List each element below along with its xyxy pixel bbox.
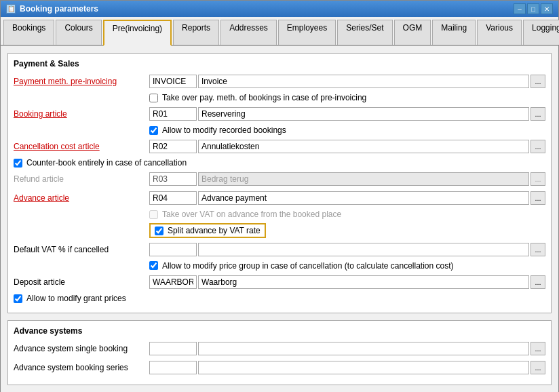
maximize-button[interactable]: □ bbox=[527, 3, 539, 14]
cancellation-cost-label[interactable]: Cancellation cost article bbox=[14, 142, 149, 151]
refund-article-code bbox=[149, 172, 197, 186]
window-title: Booking parameters bbox=[20, 4, 98, 14]
tab-ogm[interactable]: OGM bbox=[394, 20, 431, 45]
tab-various[interactable]: Various bbox=[477, 20, 522, 45]
cancellation-cost-row: Cancellation cost article ... bbox=[14, 139, 545, 154]
window-icon: 📋 bbox=[6, 4, 16, 14]
cancellation-cost-code[interactable] bbox=[149, 140, 197, 153]
advance-series-desc[interactable] bbox=[198, 361, 529, 374]
advance-article-inputs: ... bbox=[149, 191, 545, 205]
tab-mailing[interactable]: Mailing bbox=[432, 20, 476, 45]
tab-logging[interactable]: Logging bbox=[523, 20, 559, 45]
default-vat-label: Default VAT % if cancelled bbox=[14, 245, 149, 254]
default-vat-code[interactable] bbox=[149, 243, 197, 256]
payment-meth-row: Payment meth. pre-invoicing ... bbox=[14, 74, 545, 89]
takeover-pay-checkbox[interactable] bbox=[149, 94, 158, 102]
cancellation-cost-desc[interactable] bbox=[198, 140, 529, 153]
allow-modify-price-label: Allow to modify price group in case of c… bbox=[162, 261, 545, 271]
payment-sales-section: Payment & Sales Payment meth. pre-invoic… bbox=[7, 53, 552, 313]
deposit-article-code[interactable] bbox=[149, 275, 197, 289]
advance-systems-title: Advance systems bbox=[14, 326, 545, 336]
refund-article-label: Refund article bbox=[14, 174, 149, 184]
booking-article-browse-button[interactable]: ... bbox=[531, 107, 545, 121]
allow-grant-checkbox[interactable] bbox=[14, 294, 22, 303]
booking-article-label[interactable]: Booking article bbox=[14, 109, 149, 119]
deposit-article-row: Deposit article ... bbox=[14, 275, 545, 290]
deposit-article-inputs: ... bbox=[149, 275, 545, 289]
advance-single-label: Advance system single booking bbox=[14, 344, 149, 353]
advance-single-row: Advance system single booking ... bbox=[14, 341, 545, 356]
tab-bar: Bookings Colours Pre(invoicing) Reports … bbox=[1, 17, 558, 46]
tab-seriesset[interactable]: Series/Set bbox=[337, 20, 392, 45]
advance-single-inputs: ... bbox=[149, 342, 545, 355]
deposit-article-desc[interactable] bbox=[198, 275, 529, 289]
title-bar: 📋 Booking parameters – □ ✕ bbox=[1, 1, 558, 17]
payment-meth-inputs: ... bbox=[149, 75, 545, 88]
booking-article-inputs: ... bbox=[149, 107, 545, 121]
payment-meth-code[interactable] bbox=[149, 75, 197, 88]
payment-meth-label[interactable]: Payment meth. pre-invoicing bbox=[14, 77, 149, 86]
advance-article-row: Advance article ... bbox=[14, 191, 545, 205]
advance-systems-section: Advance systems Advance system single bo… bbox=[7, 320, 552, 385]
advance-series-inputs: ... bbox=[149, 361, 545, 374]
counter-book-checkbox[interactable] bbox=[14, 159, 22, 168]
counter-book-label: Counter-book entirely in case of cancell… bbox=[26, 158, 187, 168]
payment-meth-browse-button[interactable]: ... bbox=[531, 75, 545, 88]
default-vat-desc[interactable] bbox=[198, 243, 529, 256]
payment-meth-desc[interactable] bbox=[198, 75, 529, 88]
allow-modify-recorded-checkbox[interactable] bbox=[149, 126, 158, 135]
takeover-pay-row: Take over pay. meth. of bookings in case… bbox=[14, 93, 545, 102]
split-advance-highlight: Split advance by VAT rate bbox=[149, 223, 266, 238]
split-advance-checkbox[interactable] bbox=[155, 227, 163, 235]
deposit-article-label: Deposit article bbox=[14, 277, 149, 287]
booking-article-desc[interactable] bbox=[198, 107, 529, 121]
cancellation-cost-inputs: ... bbox=[149, 140, 545, 153]
tab-reports[interactable]: Reports bbox=[173, 20, 219, 45]
advance-article-desc[interactable] bbox=[198, 191, 529, 205]
split-advance-row: Split advance by VAT rate bbox=[14, 223, 545, 238]
tab-preinvoicing[interactable]: Pre(invoicing) bbox=[103, 20, 172, 46]
advance-single-code[interactable] bbox=[149, 342, 197, 355]
tab-addresses[interactable]: Addresses bbox=[220, 20, 277, 45]
close-button[interactable]: ✕ bbox=[541, 3, 553, 14]
tab-bookings[interactable]: Bookings bbox=[3, 20, 54, 45]
title-bar-left: 📋 Booking parameters bbox=[6, 4, 98, 14]
allow-modify-recorded-label: Allow to modify recorded bookings bbox=[162, 125, 286, 135]
refund-article-browse-button: ... bbox=[531, 172, 545, 186]
advance-series-row: Advance system booking series ... bbox=[14, 360, 545, 375]
advance-series-code[interactable] bbox=[149, 361, 197, 374]
booking-article-code[interactable] bbox=[149, 107, 197, 121]
default-vat-row: Default VAT % if cancelled ... bbox=[14, 242, 545, 257]
refund-article-desc bbox=[198, 172, 529, 186]
cancellation-cost-browse-button[interactable]: ... bbox=[531, 140, 545, 153]
takeover-vat-row: Take over VAT on advance from the booked… bbox=[14, 210, 545, 219]
advance-article-code[interactable] bbox=[149, 191, 197, 205]
tab-employees[interactable]: Employees bbox=[278, 20, 336, 45]
tab-colours[interactable]: Colours bbox=[56, 20, 101, 45]
default-vat-browse-button[interactable]: ... bbox=[531, 243, 545, 256]
split-advance-label: Split advance by VAT rate bbox=[168, 226, 261, 235]
title-bar-controls: – □ ✕ bbox=[514, 3, 553, 14]
default-vat-inputs: ... bbox=[149, 243, 545, 256]
allow-modify-price-row: Allow to modify price group in case of c… bbox=[14, 261, 545, 271]
advance-single-browse-button[interactable]: ... bbox=[531, 342, 545, 355]
advance-article-browse-button[interactable]: ... bbox=[531, 191, 545, 205]
refund-article-row: Refund article ... bbox=[14, 172, 545, 187]
allow-grant-row: Allow to modify grant prices bbox=[14, 294, 545, 303]
advance-series-label: Advance system booking series bbox=[14, 363, 149, 372]
deposit-article-browse-button[interactable]: ... bbox=[531, 275, 545, 289]
advance-article-label[interactable]: Advance article bbox=[14, 193, 149, 203]
allow-grant-label: Allow to modify grant prices bbox=[26, 294, 126, 303]
takeover-vat-checkbox bbox=[149, 210, 158, 219]
payment-sales-title: Payment & Sales bbox=[14, 59, 545, 68]
counter-book-row: Counter-book entirely in case of cancell… bbox=[14, 158, 545, 168]
takeover-pay-label: Take over pay. meth. of bookings in case… bbox=[162, 93, 366, 102]
advance-series-browse-button[interactable]: ... bbox=[531, 361, 545, 374]
content-area: Payment & Sales Payment meth. pre-invoic… bbox=[1, 46, 558, 392]
minimize-button[interactable]: – bbox=[514, 3, 526, 14]
advance-single-desc[interactable] bbox=[198, 342, 529, 355]
booking-article-row: Booking article ... bbox=[14, 106, 545, 121]
allow-modify-price-checkbox[interactable] bbox=[149, 261, 158, 270]
booking-parameters-window: 📋 Booking parameters – □ ✕ Bookings Colo… bbox=[0, 0, 559, 392]
allow-modify-recorded-row: Allow to modify recorded bookings bbox=[14, 125, 545, 135]
